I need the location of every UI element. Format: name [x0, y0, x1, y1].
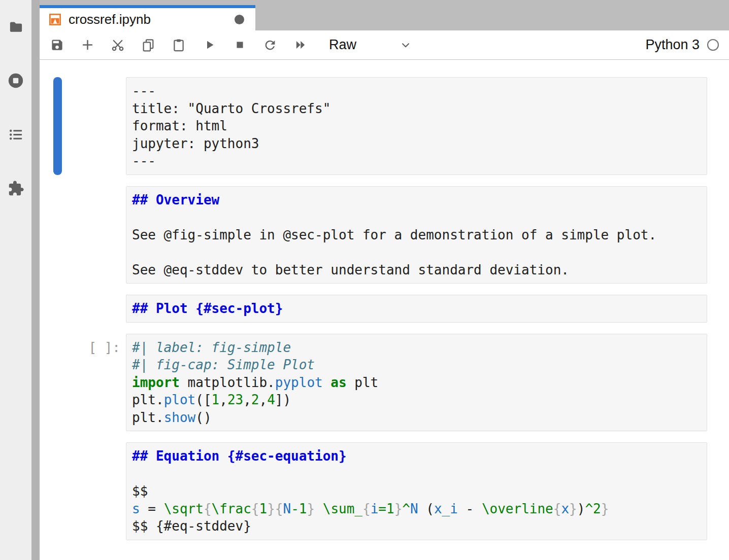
code-line: ## Plot {#sec-plot}: [132, 300, 701, 318]
fast-forward-icon: [293, 38, 308, 52]
save-button[interactable]: [50, 38, 64, 52]
cell-editor[interactable]: ## Equation {#sec-equation} $$s = \sqrt{…: [126, 442, 707, 540]
kernel-name[interactable]: Python 3: [645, 37, 700, 53]
sidebar-tab-file-browser[interactable]: [7, 18, 25, 36]
restart-icon: [263, 38, 277, 52]
cell-input-prompt: [ ]:: [88, 339, 120, 357]
sidebar-tab-table-of-contents[interactable]: [7, 126, 25, 143]
code-line: ---: [132, 152, 701, 170]
copy-cells-button[interactable]: [141, 38, 155, 52]
notebook-cell-raw[interactable]: ---title: "Quarto Crossrefs"format: html…: [40, 77, 729, 175]
sidebar-tab-running-sessions[interactable]: [7, 72, 25, 89]
code-line: s = \sqrt{\frac{1}{N-1} \sum_{i=1}^N (x_…: [132, 500, 701, 518]
cell-gutter: [40, 186, 126, 284]
add-cell-icon: [81, 38, 94, 52]
left-activity-bar: [0, 0, 31, 560]
cut-icon: [111, 38, 125, 52]
notebook-content[interactable]: ---title: "Quarto Crossrefs"format: html…: [40, 60, 729, 560]
code-line: title: "Quarto Crossrefs": [132, 100, 701, 118]
restart-kernel-button[interactable]: [263, 38, 277, 52]
cell-type-value: Raw: [329, 37, 356, 53]
cell-editor[interactable]: ## Plot {#sec-plot}: [126, 295, 707, 323]
sidebar-divider: [31, 0, 40, 560]
insert-cell-button[interactable]: [80, 38, 94, 52]
code-line: plt.show(): [132, 409, 701, 427]
cell-gutter: [40, 77, 126, 175]
code-line: jupyter: python3: [132, 135, 701, 153]
notebook-cell-code[interactable]: [ ]:#| label: fig-simple#| fig-cap: Simp…: [40, 334, 729, 432]
code-line: ---: [132, 82, 701, 100]
notebook-cell-markdown[interactable]: ## Overview See @fig-simple in @sec-plot…: [40, 186, 729, 284]
cell-gutter: [ ]:: [40, 334, 126, 432]
code-line: ## Overview: [132, 191, 701, 209]
cell-editor[interactable]: ---title: "Quarto Crossrefs"format: html…: [126, 77, 707, 175]
cell-collapser[interactable]: [53, 77, 62, 175]
run-icon: [203, 38, 216, 52]
tab-crossref-ipynb[interactable]: crossref.ipynb: [40, 5, 255, 30]
sidebar-tab-extensions[interactable]: [7, 180, 25, 197]
cell-editor[interactable]: ## Overview See @fig-simple in @sec-plot…: [126, 186, 707, 284]
paste-cells-button[interactable]: [172, 38, 186, 52]
kernel-indicator: Python 3: [645, 37, 720, 53]
tab-bar: crossref.ipynb: [40, 0, 729, 30]
notebook-cell-markdown[interactable]: ## Equation {#sec-equation} $$s = \sqrt{…: [40, 442, 729, 540]
code-line: ## Equation {#sec-equation}: [132, 447, 701, 465]
cell-list: ---title: "Quarto Crossrefs"format: html…: [40, 77, 729, 540]
code-line: $$ {#eq-stddev}: [132, 517, 701, 535]
main-area: crossref.ipynb: [40, 0, 729, 560]
code-line: [132, 243, 701, 261]
unsaved-changes-dot[interactable]: [235, 15, 244, 24]
restart-run-all-button[interactable]: [293, 38, 308, 52]
cell-gutter: [40, 295, 126, 323]
cell-editor[interactable]: #| label: fig-simple#| fig-cap: Simple P…: [126, 334, 707, 432]
jupyterlab-app: crossref.ipynb: [0, 0, 729, 560]
folder-icon: [8, 19, 24, 35]
code-line: #| fig-cap: Simple Plot: [132, 356, 701, 374]
save-icon: [50, 38, 64, 52]
kernel-status-icon[interactable]: [706, 38, 720, 52]
interrupt-kernel-button[interactable]: [233, 38, 247, 52]
notebook-toolbar: Raw Python 3: [40, 30, 729, 60]
cell-gutter: [40, 442, 126, 540]
code-line: format: html: [132, 117, 701, 135]
copy-icon: [141, 38, 155, 52]
code-line: #| label: fig-simple: [132, 339, 701, 357]
paste-icon: [172, 38, 186, 52]
code-line: See @fig-simple in @sec-plot for a demon…: [132, 226, 701, 244]
code-line: [132, 465, 701, 483]
notebook-cell-markdown[interactable]: ## Plot {#sec-plot}: [40, 295, 729, 323]
cell-type-dropdown[interactable]: Raw: [329, 37, 412, 53]
code-line: plt.plot([1,23,2,4]): [132, 391, 701, 409]
tab-title: crossref.ipynb: [69, 12, 235, 27]
notebook-icon: [48, 13, 62, 26]
code-line: See @eq-stddev to better understand stan…: [132, 261, 701, 279]
run-button[interactable]: [202, 38, 216, 52]
code-line: $$: [132, 482, 701, 500]
code-line: [132, 208, 701, 226]
cut-cells-button[interactable]: [111, 38, 125, 52]
chevron-down-icon: [399, 39, 412, 52]
stop-icon: [233, 38, 247, 52]
code-line: import matplotlib.pyplot as plt: [132, 374, 701, 392]
running-sessions-icon: [7, 72, 24, 89]
extensions-icon: [8, 180, 24, 197]
table-of-contents-icon: [8, 127, 24, 143]
